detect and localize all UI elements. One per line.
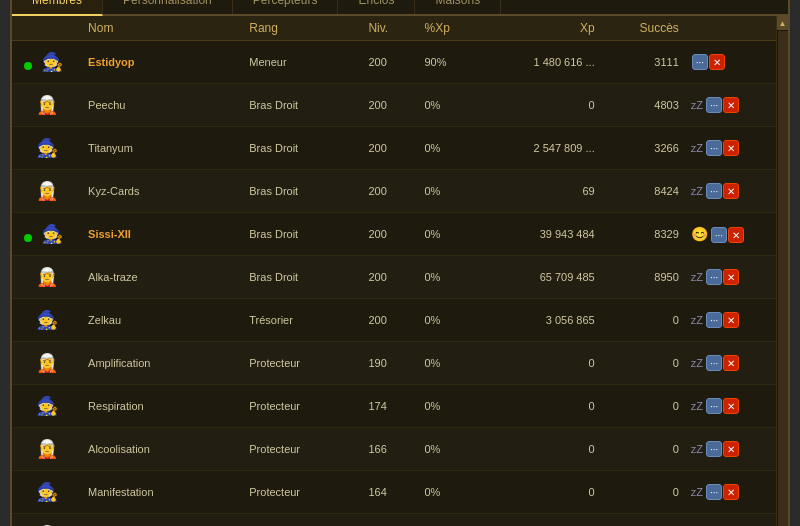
member-xp: 3 056 865: [475, 299, 601, 342]
member-xp: 0: [475, 514, 601, 526]
tab-enclos[interactable]: Enclos: [338, 0, 415, 14]
action-dots-button[interactable]: ···: [706, 312, 722, 328]
member-rang: Protecteur: [243, 428, 362, 471]
action-dots-button[interactable]: ···: [706, 269, 722, 285]
member-xp: 39 943 484: [475, 213, 601, 256]
table-row: 🧝AlcoolisationProtecteur1660%00zZ···✕: [12, 428, 776, 471]
avatar-cell: 🧝: [12, 84, 82, 127]
avatar: 🧙: [29, 302, 65, 338]
member-succ: 0: [601, 342, 685, 385]
action-dots-button[interactable]: ···: [706, 484, 722, 500]
member-rang: Bras Droit: [243, 170, 362, 213]
member-actions: zZ···✕: [685, 256, 776, 299]
avatar-cell: 🧝: [12, 342, 82, 385]
tab-personnalisation[interactable]: Personnalisation: [103, 0, 233, 14]
member-name[interactable]: Amplification: [82, 342, 243, 385]
avatar: 🧙: [29, 388, 65, 424]
member-name[interactable]: Estidyop: [82, 41, 243, 84]
action-dots-button[interactable]: ···: [706, 398, 722, 414]
member-actions: ···✕: [685, 41, 776, 84]
tab-maisons[interactable]: Maisons: [415, 0, 501, 14]
member-xp: 1 480 616 ...: [475, 41, 601, 84]
action-close-button[interactable]: ✕: [728, 227, 744, 243]
member-niv: 200: [362, 127, 418, 170]
scrollbar[interactable]: ▲ ▼: [776, 16, 788, 526]
member-rang: Bras Droit: [243, 127, 362, 170]
action-dots-button[interactable]: ···: [711, 227, 727, 243]
member-xpp: 0%: [418, 127, 474, 170]
action-close-button[interactable]: ✕: [723, 355, 739, 371]
avatar: 🧝: [29, 431, 65, 467]
member-succ: 4803: [601, 84, 685, 127]
member-xp: 0: [475, 471, 601, 514]
member-rang: Trésorier: [243, 299, 362, 342]
member-xp: 0: [475, 428, 601, 471]
member-xp: 0: [475, 84, 601, 127]
member-name[interactable]: Respiration: [82, 385, 243, 428]
member-name[interactable]: Alcoolisation: [82, 428, 243, 471]
avatar: 🧙: [34, 44, 70, 80]
zzz-icon: zZ: [691, 142, 703, 154]
member-rang: Protecteur: [243, 385, 362, 428]
scrollbar-up-button[interactable]: ▲: [777, 16, 789, 30]
member-succ: 0: [601, 514, 685, 526]
member-name[interactable]: Titanyum: [82, 127, 243, 170]
avatar: 🧝: [29, 517, 65, 526]
member-niv: 200: [362, 299, 418, 342]
header-icon: [12, 16, 82, 41]
action-dots-button[interactable]: ···: [706, 355, 722, 371]
action-close-button[interactable]: ✕: [723, 312, 739, 328]
avatar: 🧙: [29, 474, 65, 510]
tab-membres[interactable]: Membres: [12, 0, 103, 16]
zzz-icon: zZ: [691, 357, 703, 369]
zzz-icon: zZ: [691, 400, 703, 412]
table-header-row: Nom Rang Niv. %Xp Xp Succès: [12, 16, 776, 41]
action-dots-button[interactable]: ···: [706, 140, 722, 156]
member-succ: 3266: [601, 127, 685, 170]
member-name[interactable]: Alka-traze: [82, 256, 243, 299]
member-succ: 0: [601, 299, 685, 342]
member-actions: 😊···✕: [685, 213, 776, 256]
action-dots-button[interactable]: ···: [706, 183, 722, 199]
action-close-button[interactable]: ✕: [709, 54, 725, 70]
member-niv: 174: [362, 385, 418, 428]
online-indicator: [24, 62, 32, 70]
tab-percepteurs[interactable]: Percepteurs: [233, 0, 339, 14]
table-row: 🧝ImpulsionProtecteur1770%00zZ···✕: [12, 514, 776, 526]
action-dots-button[interactable]: ···: [706, 441, 722, 457]
avatar: 🧙: [29, 130, 65, 166]
action-close-button[interactable]: ✕: [723, 140, 739, 156]
member-name[interactable]: Zelkau: [82, 299, 243, 342]
table-row: 🧙EstidyopMeneur20090%1 480 616 ...3111··…: [12, 41, 776, 84]
zzz-icon: zZ: [691, 486, 703, 498]
tabs-row: Membres Personnalisation Percepteurs Enc…: [12, 0, 788, 16]
table-wrapper: Nom Rang Niv. %Xp Xp Succès 🧙EstidyopMen…: [12, 16, 788, 526]
member-xp: 2 547 809 ...: [475, 127, 601, 170]
table-row: 🧝Alka-trazeBras Droit2000%65 709 4858950…: [12, 256, 776, 299]
member-name[interactable]: Sissi-XII: [82, 213, 243, 256]
table-row: 🧙TitanyumBras Droit2000%2 547 809 ...326…: [12, 127, 776, 170]
action-close-button[interactable]: ✕: [723, 484, 739, 500]
member-name[interactable]: Manifestation: [82, 471, 243, 514]
member-name[interactable]: Peechu: [82, 84, 243, 127]
action-dots-button[interactable]: ···: [692, 54, 708, 70]
action-close-button[interactable]: ✕: [723, 97, 739, 113]
action-close-button[interactable]: ✕: [723, 398, 739, 414]
table-row: 🧝Kyz-CardsBras Droit2000%698424zZ···✕: [12, 170, 776, 213]
member-niv: 200: [362, 213, 418, 256]
avatar: 🧝: [29, 259, 65, 295]
member-actions: zZ···✕: [685, 170, 776, 213]
action-close-button[interactable]: ✕: [723, 441, 739, 457]
member-name[interactable]: Impulsion: [82, 514, 243, 526]
action-close-button[interactable]: ✕: [723, 269, 739, 285]
action-close-button[interactable]: ✕: [723, 183, 739, 199]
member-xpp: 0%: [418, 299, 474, 342]
scrollbar-thumb[interactable]: [778, 31, 788, 526]
member-name[interactable]: Kyz-Cards: [82, 170, 243, 213]
member-xpp: 0%: [418, 385, 474, 428]
action-dots-button[interactable]: ···: [706, 97, 722, 113]
header-xpp: %Xp: [418, 16, 474, 41]
member-rang: Protecteur: [243, 514, 362, 526]
avatar-cell: 🧙: [12, 41, 82, 84]
zzz-icon: zZ: [691, 271, 703, 283]
